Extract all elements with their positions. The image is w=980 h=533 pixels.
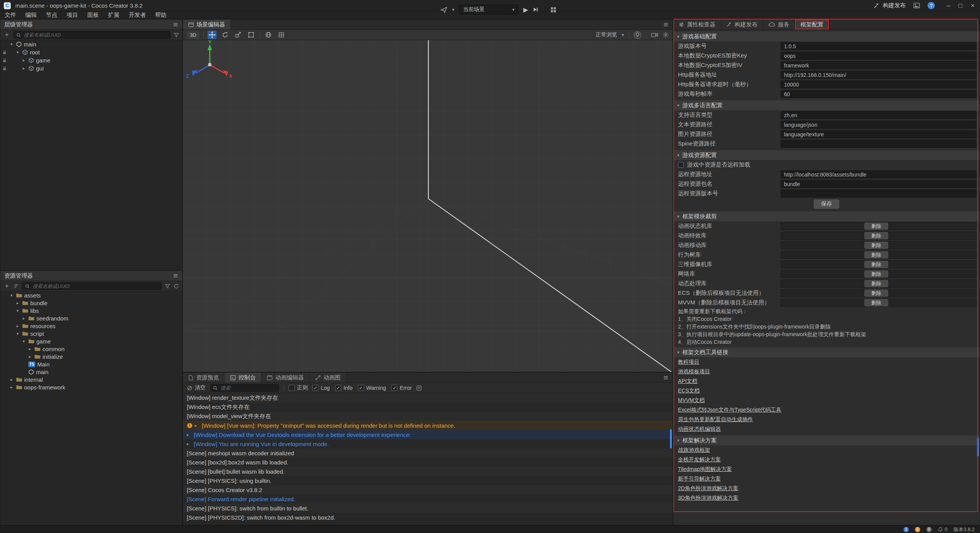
remote-load-checkbox[interactable] — [678, 162, 684, 168]
delete-button[interactable]: 删除 — [864, 261, 888, 268]
scene-menu-icon[interactable] — [663, 22, 669, 28]
caret-closed-icon[interactable]: ▸ — [21, 58, 26, 63]
input-Http服务器请求超时（毫秒）[interactable] — [781, 80, 977, 88]
doc-link-教程项目[interactable]: 教程项目 — [678, 359, 699, 366]
tree-item-oops-framework[interactable]: ▸oops-framework — [0, 383, 182, 391]
save-button[interactable]: 保存 — [814, 199, 839, 209]
caret-open-icon[interactable]: ▾ — [15, 331, 20, 336]
menu-帮助[interactable]: 帮助 — [150, 11, 171, 19]
caret-open-icon[interactable]: ▾ — [21, 339, 26, 344]
tab-动画图[interactable]: 动画图 — [310, 373, 346, 383]
assets-sort-icon[interactable] — [13, 283, 19, 289]
maximize-button[interactable]: □ — [959, 2, 962, 10]
console-settings-icon[interactable] — [416, 385, 422, 391]
step-button[interactable] — [532, 7, 539, 13]
tab-资源预览[interactable]: 资源预览 — [183, 373, 225, 383]
console-row[interactable]: [Scene] [box2d]:box2d wasm lib loaded. — [183, 458, 673, 467]
error-count-badge[interactable]: 0 — [926, 527, 932, 532]
view-mode-dropdown[interactable]: 正常浏览 — [596, 31, 617, 38]
scale-tool-button[interactable] — [234, 31, 243, 39]
hierarchy-filter-icon[interactable] — [173, 32, 179, 38]
add-node-button[interactable]: + — [3, 31, 10, 38]
tree-item-assets[interactable]: ▾assets — [0, 291, 182, 299]
simulator-dropdown-caret[interactable]: ▾ — [452, 7, 454, 12]
console-row[interactable]: [Scene] [PHYSICS]: using builtin. — [183, 476, 673, 485]
input-图片资源路径[interactable] — [781, 130, 977, 138]
assets-filter-icon[interactable] — [165, 283, 170, 289]
menu-扩展[interactable]: 扩展 — [103, 11, 124, 19]
filter-Log[interactable]: ✓Log — [312, 385, 330, 391]
rotate-tool-button[interactable] — [220, 31, 230, 39]
rect-tool-button[interactable] — [247, 31, 256, 39]
build-publish-button[interactable]: 构建发布 — [874, 2, 906, 9]
tree-item-bundle[interactable]: ▸bundle — [0, 299, 182, 307]
caret-closed-icon[interactable]: ▸ — [15, 301, 20, 306]
console-row[interactable]: [Window] render_texture文件夹存在 — [183, 393, 673, 402]
caret-open-icon[interactable]: ▾ — [9, 42, 14, 47]
delete-button[interactable]: 删除 — [864, 222, 888, 230]
doc-link-全栈开发解决方案[interactable]: 全栈开发解决方案 — [678, 456, 721, 463]
caret-closed-icon[interactable]: ▸ — [9, 377, 14, 382]
console-log-list[interactable]: [Window] render_texture文件夹存在[Window] ecs… — [183, 393, 673, 525]
delete-button[interactable]: 删除 — [864, 242, 888, 249]
doc-link-战旗游戏框架[interactable]: 战旗游戏框架 — [678, 447, 710, 454]
console-menu-icon[interactable] — [663, 375, 669, 381]
console-search-input[interactable] — [220, 385, 276, 391]
doc-link-Excel格式转Json文件与TypeScript代码工具[interactable]: Excel格式转Json文件与TypeScript代码工具 — [678, 407, 781, 414]
input-支持语言类型[interactable] — [781, 111, 977, 119]
caret-closed-icon[interactable]: ▸ — [21, 66, 26, 71]
tab-服务[interactable]: 服务 — [763, 20, 795, 29]
log-count-badge[interactable]: 3 — [903, 527, 909, 532]
doc-link-3D角色扮演游戏解决方案[interactable]: 3D角色扮演游戏解决方案 — [678, 495, 738, 502]
delete-button[interactable]: 删除 — [864, 299, 888, 306]
section-游戏多语言配置[interactable]: ▾游戏多语言配置 — [673, 100, 980, 110]
close-button[interactable]: × — [971, 2, 975, 10]
tree-item-game[interactable]: ▾game — [0, 337, 182, 345]
mode-3d-button[interactable]: 3D — [187, 31, 199, 39]
caret-open-icon[interactable]: ▾ — [15, 50, 20, 55]
menu-面板[interactable]: 面板 — [83, 11, 103, 19]
move-tool-button[interactable] — [207, 31, 217, 39]
tree-item-initialize[interactable]: ▸initialize — [0, 353, 182, 360]
tree-item-game[interactable]: ▸game — [0, 56, 182, 64]
doc-link-2D角色扮演游戏解决方案[interactable]: 2D角色扮演游戏解决方案 — [678, 485, 738, 492]
filter-Info[interactable]: ✓Info — [335, 385, 352, 391]
filter-Warning[interactable]: ✓Warning — [358, 385, 386, 391]
caret-closed-icon[interactable]: ▸ — [21, 316, 26, 321]
expand-arrow-icon[interactable]: ▸ — [187, 441, 191, 446]
warn-count-badge[interactable]: 1 — [915, 527, 920, 532]
console-clear-button[interactable]: 清空 — [187, 384, 206, 391]
doc-link-MVVM文档[interactable]: MVVM文档 — [678, 397, 705, 404]
layout-grid-icon[interactable] — [550, 7, 557, 13]
console-row[interactable]: ▸[Window] [Vue warn]: Property "onInput"… — [183, 421, 673, 430]
input-本地数据CryptoES加密Key[interactable] — [781, 52, 977, 60]
menu-文件[interactable]: 文件 — [0, 11, 21, 19]
notification-badge[interactable]: 0 — [938, 526, 947, 532]
tree-item-root[interactable]: ▾root — [0, 48, 182, 56]
grid-snap-button[interactable] — [277, 31, 286, 39]
delete-button[interactable]: 删除 — [864, 270, 888, 278]
console-row[interactable]: [Scene] Cocos Creator v3.8.2 — [183, 485, 673, 494]
tree-item-script[interactable]: ▾script — [0, 330, 182, 337]
console-scrollbar-thumb[interactable] — [670, 429, 672, 448]
lighting-toggle-icon[interactable] — [634, 31, 642, 39]
doc-link-API文档[interactable]: API文档 — [678, 378, 697, 385]
caret-closed-icon[interactable]: ▸ — [15, 324, 20, 329]
assets-menu-icon[interactable] — [173, 273, 178, 279]
delete-button[interactable]: 删除 — [864, 289, 888, 297]
expand-arrow-icon[interactable]: ▸ — [195, 423, 199, 428]
regex-toggle[interactable]: 正则 — [289, 384, 308, 391]
tree-item-main[interactable]: main — [0, 368, 182, 376]
tree-item-internal[interactable]: ▸internal — [0, 376, 182, 383]
tree-item-gui[interactable]: ▸gui — [0, 64, 182, 72]
caret-closed-icon[interactable]: ▸ — [27, 354, 33, 359]
delete-button[interactable]: 删除 — [864, 280, 888, 287]
input-游戏版本号[interactable] — [781, 42, 977, 50]
input-游戏每秒帧率[interactable] — [781, 90, 977, 98]
tab-构建发布[interactable]: 构建发布 — [721, 20, 763, 29]
input-远程资源版本号[interactable] — [781, 190, 977, 198]
console-row[interactable]: [Window] model_view文件夹存在 — [183, 412, 673, 421]
tab-控制台[interactable]: 控制台 — [225, 373, 261, 383]
doc-link-ECS文档[interactable]: ECS文档 — [678, 387, 700, 394]
simulator-icon[interactable] — [440, 6, 448, 13]
